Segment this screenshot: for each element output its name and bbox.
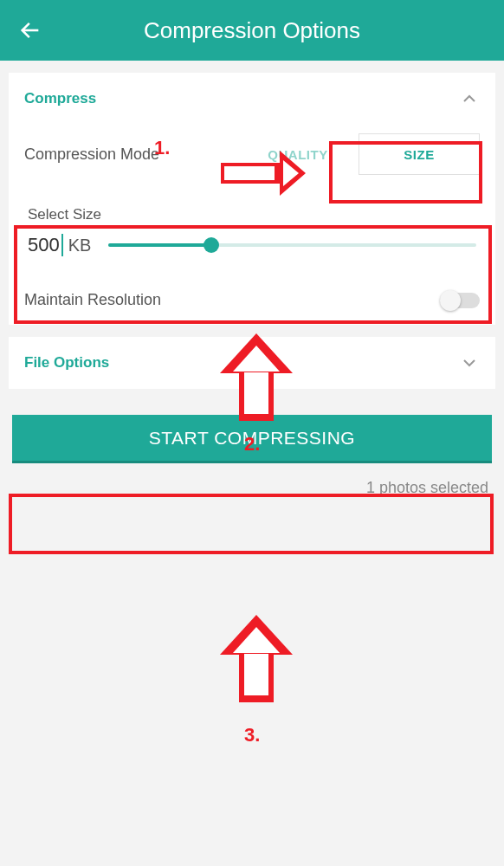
start-compressing-button[interactable]: START COMPRESSING [12, 415, 492, 463]
size-slider[interactable] [108, 236, 476, 254]
file-options-title: File Options [24, 354, 109, 372]
slider-thumb[interactable] [204, 237, 219, 253]
select-size-label: Select Size [28, 206, 476, 223]
start-button-container: START COMPRESSING [12, 415, 492, 463]
maintain-resolution-row: Maintain Resolution [24, 291, 480, 309]
size-value-input[interactable]: 500 [28, 234, 63, 256]
app-header: Compression Options [0, 0, 504, 61]
compress-panel: Compress Compression Mode QUALITY SIZE S… [9, 73, 495, 325]
size-unit-label: KB [68, 236, 92, 255]
back-arrow-icon[interactable] [17, 17, 43, 43]
file-options-panel[interactable]: File Options [9, 337, 495, 389]
quality-mode-button[interactable]: QUALITY [237, 133, 359, 175]
chevron-up-icon [459, 88, 480, 109]
size-mode-button[interactable]: SIZE [359, 133, 480, 175]
select-size-section: Select Size 500 KB [24, 197, 480, 268]
compress-panel-header[interactable]: Compress [24, 88, 480, 109]
compression-mode-label: Compression Mode [24, 145, 159, 164]
annotation-box-start [9, 494, 494, 554]
size-input-row: 500 KB [28, 234, 476, 256]
maintain-resolution-label: Maintain Resolution [24, 291, 161, 309]
compression-mode-row: Compression Mode QUALITY SIZE [24, 133, 480, 175]
annotation-label-3: 3. [244, 724, 260, 746]
mode-toggle-group: QUALITY SIZE [237, 133, 480, 175]
maintain-resolution-toggle[interactable] [442, 293, 480, 308]
page-title: Compression Options [43, 17, 461, 44]
compress-panel-title: Compress [24, 90, 96, 107]
photos-selected-label: 1 photos selected [0, 479, 488, 497]
chevron-down-icon [459, 352, 480, 373]
